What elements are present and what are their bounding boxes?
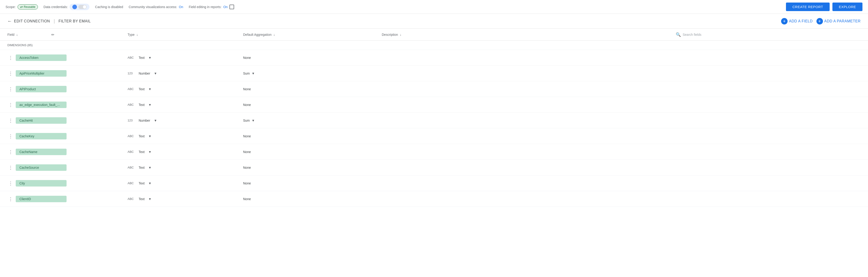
type-dropdown-icon[interactable]: ▼ bbox=[148, 56, 152, 60]
reusable-badge[interactable]: ⇄ Reusable bbox=[18, 4, 38, 9]
field-editing-label: Field editing in reports: bbox=[189, 5, 222, 9]
aggregation-text: Sum bbox=[243, 72, 250, 75]
type-dropdown-icon[interactable]: ▼ bbox=[148, 134, 152, 138]
type-text: Text bbox=[139, 56, 145, 60]
search-fields-placeholder[interactable]: Search fields bbox=[683, 33, 702, 36]
type-dropdown-icon[interactable]: ▼ bbox=[154, 72, 157, 75]
create-report-button[interactable]: CREATE REPORT bbox=[786, 3, 830, 11]
aggregation-cell: Sum ▼ bbox=[243, 72, 382, 75]
field-chip[interactable]: CacheSource bbox=[16, 164, 67, 171]
type-dropdown-icon[interactable]: ▼ bbox=[148, 166, 152, 169]
credentials-section: Data credentials: bbox=[43, 4, 89, 10]
field-editing-on-link[interactable]: On bbox=[223, 5, 228, 9]
aggregation-cell: None bbox=[243, 134, 382, 138]
field-chip[interactable]: ax_edge_execution_fault_... bbox=[16, 102, 67, 108]
sub-header-left: ← EDIT CONNECTION | FILTER BY EMAIL bbox=[7, 19, 91, 24]
field-cell: ⋮ City bbox=[7, 180, 128, 187]
table-row: ⋮ APIProduct ABC Text ▼ None bbox=[0, 81, 868, 97]
type-text: Text bbox=[139, 166, 145, 169]
sub-header: ← EDIT CONNECTION | FILTER BY EMAIL + AD… bbox=[0, 14, 868, 29]
type-icon: ABC bbox=[128, 181, 137, 185]
aggregation-text: None bbox=[243, 197, 251, 201]
type-icon: ABC bbox=[128, 134, 137, 138]
table-row: ⋮ CacheSource ABC Text ▼ None bbox=[0, 160, 868, 175]
type-icon: 123 bbox=[128, 119, 137, 122]
field-chip[interactable]: ClientID bbox=[16, 196, 67, 202]
type-sort-icon[interactable]: ↓ bbox=[136, 33, 138, 36]
type-dropdown-icon[interactable]: ▼ bbox=[148, 103, 152, 107]
type-cell: 123 Number ▼ bbox=[128, 72, 243, 75]
type-text: Text bbox=[139, 197, 145, 201]
type-dropdown-icon[interactable]: ▼ bbox=[148, 197, 152, 201]
explore-button[interactable]: EXPLORE bbox=[832, 3, 863, 11]
dimensions-label: DIMENSIONS (85) bbox=[7, 43, 33, 47]
aggregation-column-header: Default Aggregation ↓ bbox=[243, 33, 382, 36]
row-menu-icon[interactable]: ⋮ bbox=[7, 180, 14, 187]
type-text: Number bbox=[139, 119, 150, 122]
aggregation-cell: None bbox=[243, 197, 382, 201]
field-chip[interactable]: ApiPriceMultiplier bbox=[16, 70, 67, 77]
table-body: ⋮ AccessToken ABC Text ▼ None ⋮ ApiPrice… bbox=[0, 50, 868, 207]
community-on-link[interactable]: On bbox=[179, 5, 183, 9]
type-cell: ABC Text ▼ bbox=[128, 134, 243, 138]
field-chip[interactable]: AccessToken bbox=[16, 55, 67, 61]
toggle-track[interactable] bbox=[78, 5, 87, 9]
type-text: Text bbox=[139, 150, 145, 154]
row-menu-icon[interactable]: ⋮ bbox=[7, 85, 14, 93]
field-chip[interactable]: City bbox=[16, 180, 67, 186]
type-cell: ABC Text ▼ bbox=[128, 87, 243, 91]
aggregation-dropdown-icon[interactable]: ▼ bbox=[252, 119, 255, 122]
aggregation-dropdown-icon[interactable]: ▼ bbox=[252, 72, 255, 75]
field-cell: ⋮ ax_edge_execution_fault_... bbox=[7, 101, 128, 108]
add-field-button[interactable]: + ADD A FIELD bbox=[781, 18, 812, 25]
window-icon bbox=[229, 5, 234, 9]
row-menu-icon[interactable]: ⋮ bbox=[7, 101, 14, 108]
type-dropdown-icon[interactable]: ▼ bbox=[148, 181, 152, 185]
field-sort-icon[interactable]: ↓ bbox=[16, 33, 18, 36]
field-chip[interactable]: CacheKey bbox=[16, 133, 67, 139]
row-menu-icon[interactable]: ⋮ bbox=[7, 148, 14, 155]
type-dropdown-icon[interactable]: ▼ bbox=[148, 150, 152, 154]
scope-section: Scope: ⇄ Reusable bbox=[5, 4, 38, 9]
row-menu-icon[interactable]: ⋮ bbox=[7, 164, 14, 171]
type-cell: 123 Number ▼ bbox=[128, 119, 243, 122]
credentials-toggle[interactable] bbox=[69, 4, 89, 10]
add-parameter-button[interactable]: + ADD A PARAMETER bbox=[816, 18, 861, 25]
type-dropdown-icon[interactable]: ▼ bbox=[154, 119, 157, 122]
type-text: Text bbox=[139, 87, 145, 91]
top-bar-actions: CREATE REPORT EXPLORE bbox=[786, 3, 863, 11]
row-menu-icon[interactable]: ⋮ bbox=[7, 54, 14, 61]
field-chip[interactable]: CacheName bbox=[16, 149, 67, 155]
edit-connection-label: EDIT CONNECTION bbox=[14, 19, 50, 23]
field-chip[interactable]: CacheHit bbox=[16, 117, 67, 124]
table-row: ⋮ CacheName ABC Text ▼ None bbox=[0, 144, 868, 160]
row-menu-icon[interactable]: ⋮ bbox=[7, 70, 14, 77]
table-row: ⋮ City ABC Text ▼ None bbox=[0, 175, 868, 191]
add-param-plus-icon: + bbox=[816, 18, 823, 25]
type-icon: ABC bbox=[128, 166, 137, 169]
edit-connection-btn[interactable]: ← EDIT CONNECTION bbox=[7, 19, 50, 24]
aggregation-text: None bbox=[243, 166, 251, 169]
type-icon: 123 bbox=[128, 72, 137, 75]
type-icon: ABC bbox=[128, 150, 137, 153]
aggregation-text: Sum bbox=[243, 119, 250, 122]
row-menu-icon[interactable]: ⋮ bbox=[7, 133, 14, 140]
type-icon: ABC bbox=[128, 197, 137, 201]
aggregation-text: None bbox=[243, 56, 251, 60]
row-menu-icon[interactable]: ⋮ bbox=[7, 117, 14, 124]
field-chip[interactable]: APIProduct bbox=[16, 86, 67, 92]
caching-label: Caching is disabled bbox=[95, 5, 123, 9]
search-icon: 🔍 bbox=[676, 32, 681, 37]
aggregation-text: None bbox=[243, 181, 251, 185]
field-cell: ⋮ CacheSource bbox=[7, 164, 128, 171]
filter-by-email-label[interactable]: FILTER BY EMAIL bbox=[59, 19, 91, 23]
field-cell: ⋮ CacheName bbox=[7, 148, 128, 155]
field-cell: ⋮ AccessToken bbox=[7, 54, 128, 61]
aggregation-text: None bbox=[243, 87, 251, 91]
aggregation-sort-icon[interactable]: ↓ bbox=[273, 33, 275, 36]
type-dropdown-icon[interactable]: ▼ bbox=[148, 87, 152, 91]
aggregation-cell: None bbox=[243, 87, 382, 91]
row-menu-icon[interactable]: ⋮ bbox=[7, 195, 14, 203]
type-cell: ABC Text ▼ bbox=[128, 181, 243, 185]
description-sort-icon[interactable]: ↓ bbox=[400, 33, 401, 36]
